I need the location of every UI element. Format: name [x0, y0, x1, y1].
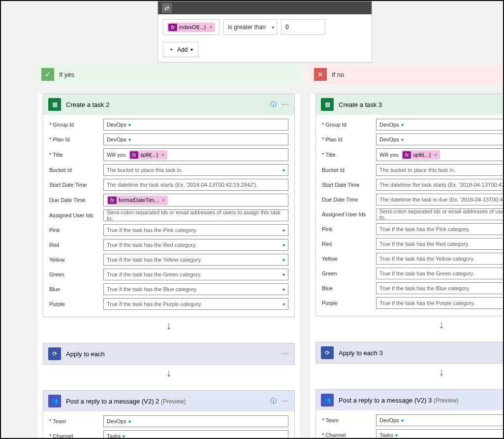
preview-label: (Preview): [161, 398, 186, 405]
close-icon[interactable]: ×: [160, 152, 164, 158]
condition-value-input[interactable]: [281, 19, 325, 35]
planner-icon: ▦: [48, 98, 61, 111]
close-icon[interactable]: ×: [160, 198, 165, 203]
chevron-down-icon: ▾: [281, 168, 285, 173]
yellow-select[interactable]: True if the task has the Yellow category…: [103, 254, 288, 266]
more-icon[interactable]: ···: [282, 349, 289, 358]
card-title: Post a reply to a message (V2) 3: [339, 397, 432, 404]
group-select[interactable]: DevOps▾: [103, 119, 288, 131]
label-team: Team: [49, 418, 98, 424]
plan-select[interactable]: DevOps▾: [103, 134, 288, 145]
create-task-card-yes: ▦ Create a task 2 ⓘ ··· Group IdDevOps▾ …: [43, 94, 295, 317]
fx-pill-indexof[interactable]: fx indexOf(...) ×: [167, 23, 215, 32]
chevron-down-icon: ▾: [126, 419, 131, 424]
help-icon[interactable]: ⓘ: [270, 397, 277, 405]
card-header[interactable]: ⟳ Apply to each ···: [43, 343, 294, 364]
yellow-select[interactable]: True if the task has the Yellow category…: [376, 253, 504, 265]
pink-select[interactable]: True if the task has the Pink category.▾: [103, 224, 288, 236]
card-header[interactable]: ▦ Create a task 3 ⓘ ···: [316, 94, 504, 115]
fx-pill-split[interactable]: fxsplit(...)×: [129, 150, 168, 160]
close-icon[interactable]: ×: [208, 25, 212, 30]
chevron-down-icon: ▾: [281, 257, 285, 263]
close-icon[interactable]: ×: [433, 152, 437, 158]
purple-select[interactable]: True if the task has the Purple category…: [376, 297, 504, 309]
condition-card[interactable]: ⇄ fx indexOf(...) × is greater than ▾: [158, 1, 372, 63]
branch-yes-header[interactable]: ✓ If yes: [36, 64, 301, 85]
post-reply-card-yes: 👥 Post a reply to a message (V2) 2 (Prev…: [43, 390, 295, 439]
chevron-down-icon: ▾: [281, 287, 285, 292]
chevron-down-icon: ▾: [281, 228, 285, 233]
card-header[interactable]: ▦ Create a task 2 ⓘ ···: [43, 94, 294, 115]
red-select[interactable]: True if the task has the Red category.▾: [376, 238, 504, 250]
pink-select[interactable]: True if the task has the Pink category.▾: [376, 223, 504, 235]
label-channel: Channel: [322, 432, 371, 438]
fx-pill-split[interactable]: fxsplit(...)×: [402, 150, 441, 160]
start-input[interactable]: The datetime the task starts (Ex. '2018-…: [103, 179, 288, 191]
fx-icon: fx: [130, 151, 139, 159]
assign-input[interactable]: Semi-colon separated ids or email addres…: [103, 209, 288, 221]
card-header[interactable]: 👥 Post a reply to a message (V2) 2 (Prev…: [43, 391, 294, 411]
label-group: Group Id: [49, 122, 98, 128]
branch-no: ✕ If no ▦ Create a task 3 ⓘ ··· Group Id…: [309, 64, 504, 439]
label-start: Start Date Time: [49, 182, 98, 188]
label-team: Team: [322, 417, 371, 423]
create-task-card-no: ▦ Create a task 3 ⓘ ··· Group IdDevOps▾ …: [315, 94, 504, 316]
start-input[interactable]: The datetime the task starts (Ex. '2018-…: [376, 179, 504, 191]
green-select[interactable]: True if the task has the Green category.…: [376, 268, 504, 279]
title-input[interactable]: Will youfxsplit(...)×: [376, 148, 504, 161]
operator-select[interactable]: is greater than: [223, 19, 277, 35]
purple-select[interactable]: True if the task has the Purple category…: [103, 298, 288, 310]
add-label: Add: [177, 46, 188, 53]
condition-left-box[interactable]: fx indexOf(...) ×: [163, 19, 220, 35]
green-select[interactable]: True if the task has the Green category.…: [103, 269, 288, 280]
label-purple: Purple: [49, 301, 98, 307]
card-header[interactable]: ⟳ Apply to each 3 ···: [316, 342, 504, 363]
fx-icon: fx: [403, 151, 411, 159]
team-select[interactable]: DevOps▾: [376, 414, 504, 426]
fx-pill-formatdate[interactable]: fxformatDateTim...×: [107, 196, 168, 205]
title-input[interactable]: Will youfxsplit(...)×: [103, 148, 288, 161]
loop-icon: ⟳: [48, 347, 61, 360]
loop-icon: ⟳: [321, 346, 334, 359]
post-reply-card-no: 👥 Post a reply to a message (V2) 3 (Prev…: [315, 389, 504, 439]
arrow-down-icon: ↓: [310, 364, 504, 380]
chevron-down-icon: ▾: [126, 137, 131, 142]
planner-icon: ▦: [321, 98, 334, 111]
plan-select[interactable]: DevOps▾: [376, 134, 504, 145]
add-button[interactable]: ＋ Add ▾: [163, 42, 198, 57]
bucket-select[interactable]: The bucket to place this task in.▾: [103, 164, 288, 176]
chevron-down-icon: ▾: [399, 418, 404, 423]
preview-label: (Preview): [434, 397, 459, 404]
label-group: Group Id: [322, 122, 371, 128]
chevron-down-icon: ▾: [281, 272, 285, 277]
bucket-select[interactable]: The bucket to place this task in.▾: [376, 164, 504, 176]
group-select[interactable]: DevOps▾: [376, 119, 504, 131]
chevron-down-icon: ▾: [399, 137, 404, 142]
due-input[interactable]: fxformatDateTim...×: [103, 194, 288, 206]
branch-label: If no: [332, 71, 344, 78]
card-title: Apply to each: [66, 350, 105, 358]
due-input[interactable]: The datetime the task is due (Ex. '2018-…: [376, 194, 504, 205]
fx-icon: fx: [108, 197, 117, 204]
label-channel: Channel: [49, 433, 98, 439]
card-title: Create a task 3: [339, 101, 382, 108]
card-header[interactable]: 👥 Post a reply to a message (V2) 3 (Prev…: [316, 390, 504, 410]
branch-no-header[interactable]: ✕ If no: [309, 64, 504, 85]
blue-select[interactable]: True if the task has the Blue category.▾: [103, 283, 288, 295]
label-plan: Plan Id: [322, 136, 371, 142]
blue-select[interactable]: True if the task has the Blue category.▾: [376, 282, 504, 294]
more-icon[interactable]: ···: [282, 397, 289, 405]
check-icon: ✓: [41, 68, 54, 81]
red-select[interactable]: True if the task has the Red category.▾: [103, 239, 288, 251]
team-select[interactable]: DevOps▾: [103, 415, 288, 427]
channel-select[interactable]: Tasks▾: [376, 429, 504, 439]
assign-input[interactable]: Semi-colon separated ids or email addres…: [376, 208, 504, 220]
apply-each-card-no: ⟳ Apply to each 3 ···: [315, 342, 504, 364]
channel-select[interactable]: Tasks▾: [103, 430, 288, 439]
arrow-down-icon: ↓: [310, 316, 504, 333]
label-start: Start Date Time: [322, 182, 371, 188]
chevron-down-icon: ▾: [281, 242, 285, 248]
card-title: Apply to each 3: [339, 349, 383, 357]
more-icon[interactable]: ···: [282, 100, 289, 109]
help-icon[interactable]: ⓘ: [270, 100, 277, 109]
